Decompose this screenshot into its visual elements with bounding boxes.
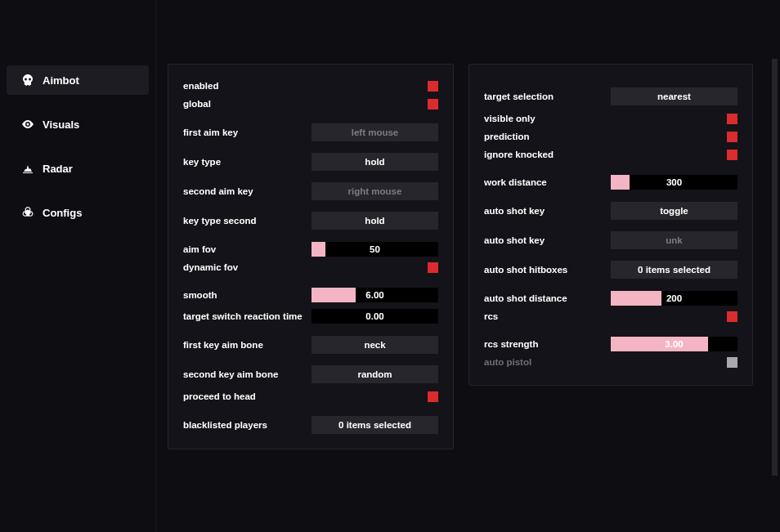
target-selection-select[interactable]: nearest [611,87,737,105]
global-label: global [183,99,312,109]
rcs-label: rcs [484,311,611,321]
eye-icon [21,118,34,131]
second-aim-key-select[interactable]: right mouse [312,182,438,200]
sidebar-item-configs[interactable]: Configs [7,198,149,227]
visible-only-label: visible only [484,114,611,123]
rcs-strength-slider[interactable]: 3.00 [611,337,737,351]
global-checkbox[interactable] [428,99,438,110]
enabled-checkbox[interactable] [428,81,438,92]
main-content: enabled global first aim key left mouse … [168,64,772,449]
aim-fov-value: 50 [312,242,438,257]
rcs-strength-value: 3.00 [611,337,737,351]
blacklist-select[interactable]: 0 items selected [312,416,438,434]
tsrt-value: 0.00 [312,309,438,324]
aimbot-panel-left: enabled global first aim key left mouse … [168,64,454,449]
auto-shot-key-label: auto shot key [484,235,611,245]
auto-shot-distance-slider[interactable]: 200 [611,291,737,306]
prediction-label: prediction [484,132,611,141]
skull-icon [21,74,34,87]
radar-icon [21,162,34,175]
first-aim-key-label: first aim key [183,127,312,137]
auto-shot-key-type-select[interactable]: toggle [611,202,737,220]
dynamic-fov-label: dynamic fov [183,262,312,272]
auto-pistol-label: auto pistol [484,357,611,367]
sidebar-item-aimbot[interactable]: Aimbot [7,65,149,95]
tsrt-slider[interactable]: 0.00 [312,309,438,324]
key-type-second-select[interactable]: hold [312,212,438,230]
blacklist-label: blacklisted players [183,420,312,430]
enabled-label: enabled [183,81,312,91]
ignore-knocked-checkbox[interactable] [727,150,737,160]
key-type-label: key type [183,157,312,167]
target-selection-label: target selection [484,92,611,101]
smooth-label: smooth [183,290,312,300]
scrollbar[interactable] [772,59,778,476]
rcs-strength-label: rcs strength [484,339,611,349]
key-type-second-label: key type second [183,216,312,226]
aim-fov-slider[interactable]: 50 [312,242,438,257]
sidebar: Aimbot Visuals Radar Configs [0,0,155,532]
first-aim-key-select[interactable]: left mouse [312,123,438,141]
visible-only-checkbox[interactable] [727,114,737,124]
auto-shot-key-select[interactable]: unk [611,231,737,249]
sidebar-item-label: Aimbot [43,74,79,87]
dynamic-fov-checkbox[interactable] [428,262,438,273]
proceed-label: proceed to head [183,391,312,401]
sidebar-item-label: Radar [43,163,73,175]
aimbot-panel-right: target selection nearest visible only pr… [468,64,753,386]
second-aim-key-label: second aim key [183,186,312,196]
first-bone-select[interactable]: neck [312,336,438,354]
proceed-checkbox[interactable] [428,391,438,402]
key-type-select[interactable]: hold [312,153,438,171]
second-bone-select[interactable]: random [312,365,438,383]
prediction-checkbox[interactable] [727,132,737,142]
auto-pistol-checkbox[interactable] [727,357,737,368]
ignore-knocked-label: ignore knocked [484,150,611,159]
second-bone-label: second key aim bone [183,369,312,379]
rcs-checkbox[interactable] [727,311,737,322]
sidebar-item-label: Visuals [43,118,79,131]
aim-fov-label: aim fov [183,244,312,254]
auto-shot-hitboxes-select[interactable]: 0 items selected [611,261,737,279]
sidebar-item-radar[interactable]: Radar [7,154,149,183]
biohazard-icon [21,206,34,219]
smooth-value: 6.00 [312,288,438,302]
sidebar-divider [155,0,156,532]
work-distance-label: work distance [484,177,611,187]
smooth-slider[interactable]: 6.00 [312,288,438,302]
auto-shot-distance-value: 200 [611,291,737,306]
auto-shot-hitboxes-label: auto shot hitboxes [484,265,611,275]
auto-shot-key-type-label: auto shot key [484,206,611,216]
tsrt-label: target switch reaction time [183,311,312,321]
work-distance-slider[interactable]: 300 [611,175,737,190]
first-bone-label: first key aim bone [183,340,312,350]
work-distance-value: 300 [611,175,737,190]
sidebar-item-visuals[interactable]: Visuals [7,110,149,139]
auto-shot-distance-label: auto shot distance [484,293,611,303]
sidebar-item-label: Configs [43,207,82,219]
